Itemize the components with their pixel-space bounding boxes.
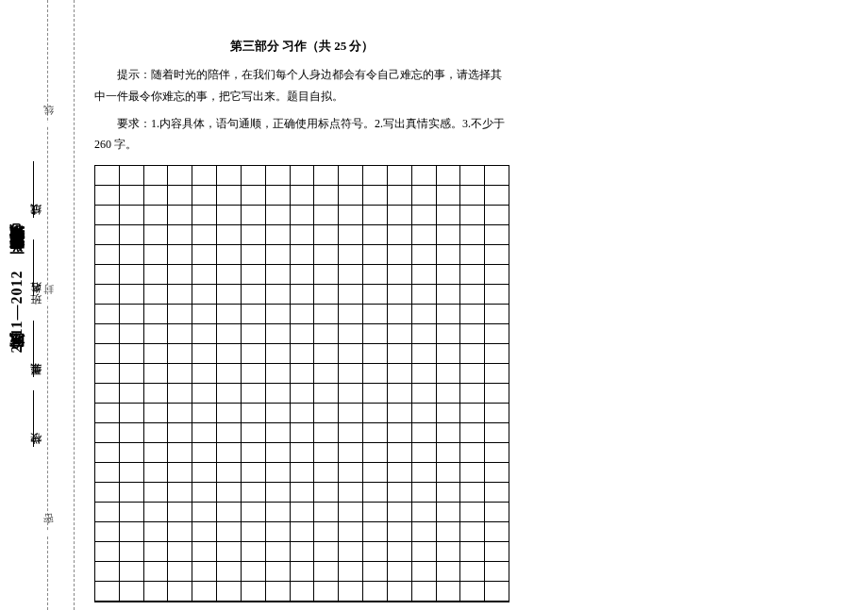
grid-cell[interactable] xyxy=(485,562,509,582)
grid-cell[interactable] xyxy=(314,443,339,463)
grid-cell[interactable] xyxy=(120,364,144,384)
grid-cell[interactable] xyxy=(168,186,192,206)
grid-cell[interactable] xyxy=(168,265,192,285)
grid-cell[interactable] xyxy=(120,225,144,245)
grid-cell[interactable] xyxy=(242,562,266,582)
grid-cell[interactable] xyxy=(242,265,266,285)
grid-cell[interactable] xyxy=(485,166,509,186)
grid-cell[interactable] xyxy=(291,285,315,305)
school-blank[interactable] xyxy=(33,390,34,447)
grid-cell[interactable] xyxy=(314,404,339,423)
grid-cell[interactable] xyxy=(485,542,509,562)
grid-cell[interactable] xyxy=(363,503,388,522)
grid-cell[interactable] xyxy=(460,582,485,602)
grid-cell[interactable] xyxy=(388,522,412,542)
grid-cell[interactable] xyxy=(217,225,242,245)
grid-cell[interactable] xyxy=(242,423,266,443)
grid-cell[interactable] xyxy=(314,522,339,542)
grid-cell[interactable] xyxy=(314,305,339,324)
grid-cell[interactable] xyxy=(144,225,169,245)
grid-cell[interactable] xyxy=(314,423,339,443)
grid-cell[interactable] xyxy=(217,206,242,225)
grid-cell[interactable] xyxy=(314,562,339,582)
grid-cell[interactable] xyxy=(168,285,192,305)
grid-cell[interactable] xyxy=(412,463,437,483)
grid-cell[interactable] xyxy=(266,225,291,245)
grid-cell[interactable] xyxy=(339,542,363,562)
grid-cell[interactable] xyxy=(217,186,242,206)
grid-cell[interactable] xyxy=(242,186,266,206)
grid-cell[interactable] xyxy=(144,206,169,225)
grid-cell[interactable] xyxy=(95,206,120,225)
grid-cell[interactable] xyxy=(192,225,217,245)
grid-cell[interactable] xyxy=(339,463,363,483)
grid-cell[interactable] xyxy=(437,503,461,522)
grid-cell[interactable] xyxy=(217,443,242,463)
grid-cell[interactable] xyxy=(120,344,144,364)
grid-cell[interactable] xyxy=(437,423,461,443)
grid-cell[interactable] xyxy=(363,384,388,404)
grid-cell[interactable] xyxy=(144,503,169,522)
grid-cell[interactable] xyxy=(266,245,291,265)
grid-cell[interactable] xyxy=(217,582,242,602)
grid-cell[interactable] xyxy=(437,186,461,206)
grid-cell[interactable] xyxy=(339,285,363,305)
grid-cell[interactable] xyxy=(363,582,388,602)
grid-cell[interactable] xyxy=(412,344,437,364)
grid-cell[interactable] xyxy=(363,463,388,483)
grid-cell[interactable] xyxy=(363,225,388,245)
grid-cell[interactable] xyxy=(291,245,315,265)
grid-cell[interactable] xyxy=(266,305,291,324)
grid-cell[interactable] xyxy=(192,364,217,384)
grid-cell[interactable] xyxy=(217,562,242,582)
grid-cell[interactable] xyxy=(144,166,169,186)
grid-cell[interactable] xyxy=(168,423,192,443)
grid-cell[interactable] xyxy=(242,404,266,423)
grid-cell[interactable] xyxy=(314,542,339,562)
grid-cell[interactable] xyxy=(314,324,339,344)
grid-cell[interactable] xyxy=(192,562,217,582)
grid-cell[interactable] xyxy=(266,483,291,503)
grid-cell[interactable] xyxy=(388,542,412,562)
grid-cell[interactable] xyxy=(339,166,363,186)
grid-cell[interactable] xyxy=(95,305,120,324)
grid-cell[interactable] xyxy=(120,582,144,602)
grid-cell[interactable] xyxy=(168,364,192,384)
grid-cell[interactable] xyxy=(412,503,437,522)
grid-cell[interactable] xyxy=(314,364,339,384)
grid-cell[interactable] xyxy=(217,503,242,522)
grid-cell[interactable] xyxy=(120,423,144,443)
grid-cell[interactable] xyxy=(291,503,315,522)
grid-cell[interactable] xyxy=(120,404,144,423)
grid-cell[interactable] xyxy=(95,542,120,562)
grid-cell[interactable] xyxy=(388,364,412,384)
grid-cell[interactable] xyxy=(144,305,169,324)
grid-cell[interactable] xyxy=(266,384,291,404)
grid-cell[interactable] xyxy=(192,443,217,463)
grid-cell[interactable] xyxy=(266,503,291,522)
grid-cell[interactable] xyxy=(388,225,412,245)
grid-cell[interactable] xyxy=(314,285,339,305)
grid-cell[interactable] xyxy=(95,483,120,503)
grid-cell[interactable] xyxy=(168,542,192,562)
grid-cell[interactable] xyxy=(192,166,217,186)
grid-cell[interactable] xyxy=(192,582,217,602)
grid-cell[interactable] xyxy=(242,364,266,384)
grid-cell[interactable] xyxy=(437,562,461,582)
grid-cell[interactable] xyxy=(242,166,266,186)
grid-cell[interactable] xyxy=(363,344,388,364)
grid-cell[interactable] xyxy=(388,503,412,522)
grid-cell[interactable] xyxy=(192,384,217,404)
grid-cell[interactable] xyxy=(314,503,339,522)
grid-cell[interactable] xyxy=(412,265,437,285)
grid-cell[interactable] xyxy=(437,245,461,265)
grid-cell[interactable] xyxy=(217,265,242,285)
grid-cell[interactable] xyxy=(242,542,266,562)
grid-cell[interactable] xyxy=(460,265,485,285)
grid-cell[interactable] xyxy=(192,344,217,364)
grid-cell[interactable] xyxy=(437,384,461,404)
grid-cell[interactable] xyxy=(120,245,144,265)
grid-cell[interactable] xyxy=(314,483,339,503)
grid-cell[interactable] xyxy=(460,503,485,522)
grid-cell[interactable] xyxy=(339,305,363,324)
